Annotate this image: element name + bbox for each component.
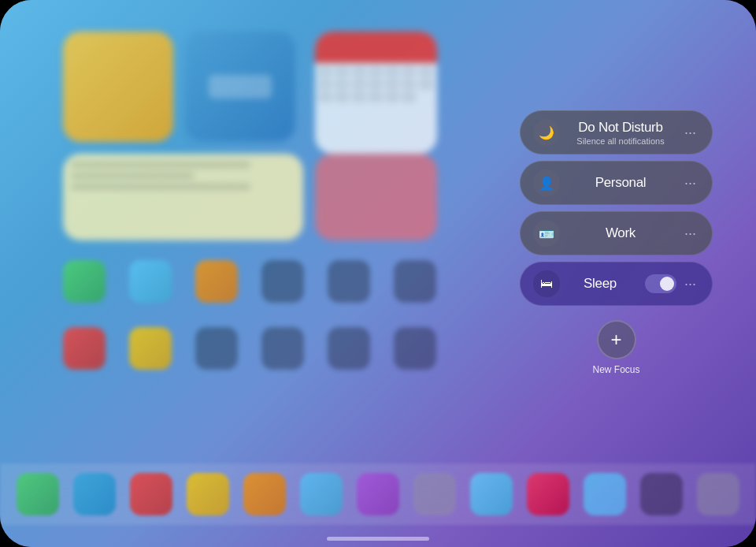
dock-icon-9	[470, 473, 513, 515]
app-icon-red1	[63, 327, 106, 370]
widgets-area	[63, 32, 441, 252]
app-icon-dark4	[195, 327, 238, 370]
widget-calendar	[315, 32, 437, 154]
app-icon-yellow1	[129, 327, 172, 370]
dnd-more-icon[interactable]: ···	[681, 121, 699, 144]
dnd-sublabel: Silence all notifications	[560, 136, 681, 146]
widget-blue	[185, 32, 295, 142]
new-focus-button[interactable]: +	[597, 320, 636, 359]
app-icon-dark1	[261, 260, 304, 303]
widget-yellow	[63, 32, 173, 142]
ipad-frame: 🌙 Do Not Disturb Silence all notificatio…	[0, 0, 756, 547]
dnd-title: Do Not Disturb	[578, 120, 662, 135]
person-icon: 👤	[533, 169, 560, 196]
new-focus-area: + New Focus	[520, 320, 713, 375]
dock-icon-3	[130, 473, 172, 515]
focus-menu: 🌙 Do Not Disturb Silence all notificatio…	[520, 110, 713, 375]
widget-tasks	[315, 154, 437, 240]
work-id-icon: 🪪	[533, 220, 560, 247]
dock-icon-11	[584, 473, 626, 515]
work-title: Work	[606, 225, 636, 240]
app-icon-facetime	[129, 260, 172, 303]
work-label-wrap: Work	[560, 225, 681, 241]
app-icon-dark7	[394, 327, 436, 370]
new-focus-label: New Focus	[592, 364, 639, 375]
dock-icon-2	[73, 473, 116, 515]
app-row-middle2	[63, 327, 457, 370]
sleep-title: Sleep	[584, 276, 617, 291]
dock-icon-6	[300, 473, 343, 515]
widget-notes	[63, 154, 303, 240]
sleep-label-wrap: Sleep	[560, 276, 640, 292]
dock-icon-10	[527, 473, 569, 515]
app-icon-safari	[195, 260, 238, 303]
dnd-label-wrap: Do Not Disturb Silence all notifications	[560, 120, 681, 146]
moon-icon: 🌙	[533, 119, 560, 146]
dock-icon-8	[413, 473, 456, 515]
focus-item-work[interactable]: 🪪 Work ···	[520, 211, 713, 255]
dock-icon-12	[640, 473, 683, 515]
dock-icon-7	[357, 473, 399, 515]
dock-icon-4	[187, 473, 229, 515]
personal-label-wrap: Personal	[560, 175, 681, 191]
sleep-more-icon[interactable]: ···	[681, 273, 699, 296]
work-more-icon[interactable]: ···	[681, 222, 699, 245]
sleep-toggle[interactable]	[645, 274, 676, 293]
app-icon-messages	[63, 260, 106, 303]
home-indicator	[327, 537, 429, 541]
app-icon-dark5	[261, 327, 304, 370]
bed-icon: 🛏	[533, 270, 560, 297]
dock-icon-13	[697, 473, 739, 515]
focus-item-personal[interactable]: 👤 Personal ···	[520, 161, 713, 205]
dock-icon-5	[243, 473, 286, 515]
focus-item-do-not-disturb[interactable]: 🌙 Do Not Disturb Silence all notificatio…	[520, 110, 713, 154]
dock	[0, 463, 756, 525]
app-icon-dark6	[328, 327, 370, 370]
app-row-middle	[63, 260, 457, 303]
personal-title: Personal	[595, 175, 647, 190]
dock-icon-1	[17, 473, 59, 515]
personal-more-icon[interactable]: ···	[681, 172, 699, 195]
sleep-toggle-knob	[660, 277, 674, 291]
app-icon-dark2	[328, 260, 370, 303]
focus-item-sleep[interactable]: 🛏 Sleep ···	[520, 262, 713, 306]
app-icon-dark3	[394, 260, 436, 303]
